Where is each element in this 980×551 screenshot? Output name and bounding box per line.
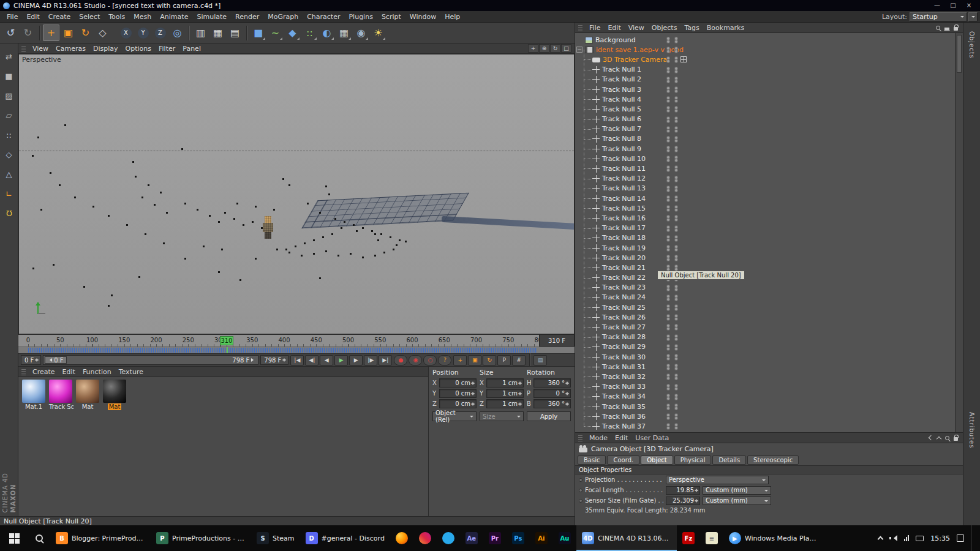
visibility-dots[interactable] (667, 206, 679, 211)
menu-item[interactable]: Script (377, 12, 405, 22)
object-row[interactable]: Track Null 37 (575, 421, 955, 431)
menu-item[interactable]: Help (440, 12, 464, 22)
object-row[interactable]: Track Null 33 (575, 382, 955, 392)
timeline-options-button[interactable]: ▤ (533, 355, 547, 365)
object-row[interactable]: Track Null 15 (575, 203, 955, 213)
object-manager-scrollbar[interactable] (955, 33, 963, 432)
lock-z-button[interactable]: Z (152, 24, 168, 41)
visibility-dots[interactable] (667, 285, 679, 291)
material-menu-item[interactable]: Edit (59, 367, 79, 377)
scale-tool-button[interactable]: ▣ (60, 24, 77, 41)
object-row[interactable]: Track Null 26 (575, 312, 955, 322)
menu-item[interactable]: Animate (156, 12, 192, 22)
object-row[interactable]: Track Null 12 (575, 174, 955, 184)
object-row[interactable]: Track Null 20 (575, 253, 955, 263)
taskbar-app-audition[interactable]: Au (553, 525, 576, 551)
object-row[interactable]: Track Null 36 (575, 411, 955, 421)
object-manager-menu-item[interactable]: Objects (648, 23, 681, 32)
search-icon[interactable] (936, 26, 940, 30)
taskbar-app-photoshop[interactable]: Ps (507, 525, 530, 551)
visibility-dots[interactable] (667, 305, 679, 310)
visibility-dots[interactable] (667, 97, 679, 102)
visibility-dots[interactable] (667, 127, 679, 132)
object-row[interactable]: Track Null 16 (575, 213, 955, 223)
visibility-dots[interactable] (667, 394, 679, 400)
add-floor-button[interactable]: ▦ (336, 24, 352, 41)
visibility-dots[interactable] (667, 424, 679, 429)
coord-input[interactable]: 1 cm (486, 399, 524, 408)
visibility-dots[interactable] (667, 255, 679, 261)
stepper-icon[interactable] (471, 390, 475, 397)
undo-button[interactable]: ↺ (2, 24, 19, 41)
layout-dropdown[interactable]: Startup (910, 12, 967, 21)
attribute-tab[interactable]: Physical (674, 455, 712, 465)
object-row[interactable]: Track Null 31 (575, 362, 955, 372)
visibility-dots[interactable] (667, 324, 679, 330)
object-row[interactable]: Track Null 23 (575, 283, 955, 293)
object-row[interactable]: Track Null 34 (575, 392, 955, 402)
stepper-icon[interactable] (471, 380, 475, 387)
coord-input[interactable]: 1 cm (486, 389, 524, 398)
keyframe-strip[interactable] (18, 347, 575, 353)
key-parameter-button[interactable]: P (497, 355, 511, 365)
menu-item[interactable]: File (2, 12, 22, 22)
visibility-dots[interactable] (667, 57, 679, 62)
coord-input[interactable]: 0 cm (439, 378, 477, 388)
coord-mode-dropdown[interactable]: Object (Rel) (432, 411, 477, 421)
taskbar-app-instagram[interactable] (413, 525, 437, 551)
attribute-menu-item[interactable]: Edit (611, 433, 631, 443)
object-row[interactable]: Track Null 27 (575, 322, 955, 332)
visibility-dots[interactable] (667, 146, 679, 152)
visibility-dots[interactable] (667, 384, 679, 390)
focal-length-input[interactable]: 19.85 (666, 486, 700, 495)
keyframe-dot-icon[interactable] (579, 478, 582, 482)
object-row[interactable]: Track Null 9 (575, 144, 955, 154)
object-row[interactable]: Track Null 30 (575, 352, 955, 362)
move-tool-button[interactable]: + (43, 24, 59, 41)
edges-mode-button[interactable]: ◇ (2, 147, 17, 162)
visibility-dots[interactable] (667, 404, 679, 410)
render-view-button[interactable]: ▥ (192, 24, 209, 41)
object-row[interactable]: Track Null 17 (575, 223, 955, 233)
object-row[interactable]: Track Null 2 (575, 75, 955, 84)
material-item[interactable]: Mat.1 (21, 380, 47, 410)
menu-item[interactable]: Create (44, 12, 75, 22)
visibility-dots[interactable] (667, 414, 679, 419)
taskbar-app-cinema4d[interactable]: 4DCINEMA 4D R13.061 S... (576, 525, 677, 551)
object-row[interactable]: Track Null 24 (575, 293, 955, 302)
visibility-dots[interactable] (667, 216, 679, 221)
material-item[interactable]: Track So (48, 380, 74, 410)
rotate-tool-button[interactable]: ↻ (77, 24, 94, 41)
key-position-button[interactable]: + (453, 355, 467, 365)
stepper-icon[interactable] (518, 380, 522, 387)
coord-input[interactable]: 360 ° (533, 378, 571, 388)
visibility-dots[interactable] (667, 77, 679, 83)
add-light-button[interactable]: ☀ (370, 24, 386, 41)
visibility-dots[interactable] (667, 186, 679, 192)
add-camera-button[interactable]: ◉ (353, 24, 369, 41)
object-row[interactable]: Track Null 28 (575, 332, 955, 342)
object-row[interactable]: 3D Tracker Camera (575, 54, 955, 64)
end-frame-input[interactable]: 798 F (260, 355, 288, 365)
range-start-handle[interactable]: 0 F (45, 356, 66, 364)
object-row[interactable]: Track Null 35 (575, 402, 955, 411)
taskbar-app-notes[interactable]: ≡ (700, 525, 723, 551)
add-cube-button[interactable]: ■ (250, 24, 266, 41)
visibility-dots[interactable] (667, 354, 679, 360)
start-button[interactable] (0, 525, 28, 551)
add-spline-button[interactable]: ~ (267, 24, 284, 41)
object-row[interactable]: Track Null 13 (575, 184, 955, 193)
visibility-dots[interactable] (667, 166, 679, 171)
chevron-up-icon[interactable] (937, 436, 941, 441)
taskbar-app-illustrator[interactable]: Ai (530, 525, 553, 551)
start-frame-input[interactable]: 0 F (21, 355, 41, 365)
stepper-icon[interactable] (518, 400, 522, 408)
maximize-button[interactable]: □ (945, 1, 961, 10)
add-generator-button[interactable]: ◆ (284, 24, 301, 41)
sensor-size-input[interactable]: 25.309 (666, 497, 700, 505)
axis-mode-button[interactable]: ∟ (2, 186, 17, 201)
coord-input[interactable]: 360 ° (533, 399, 571, 408)
stepper-icon[interactable] (282, 356, 287, 364)
taskbar-app-wmp[interactable]: ▶Windows Media Player (723, 525, 824, 551)
timeline-range-slider[interactable]: 0 F 798 F (43, 355, 258, 365)
